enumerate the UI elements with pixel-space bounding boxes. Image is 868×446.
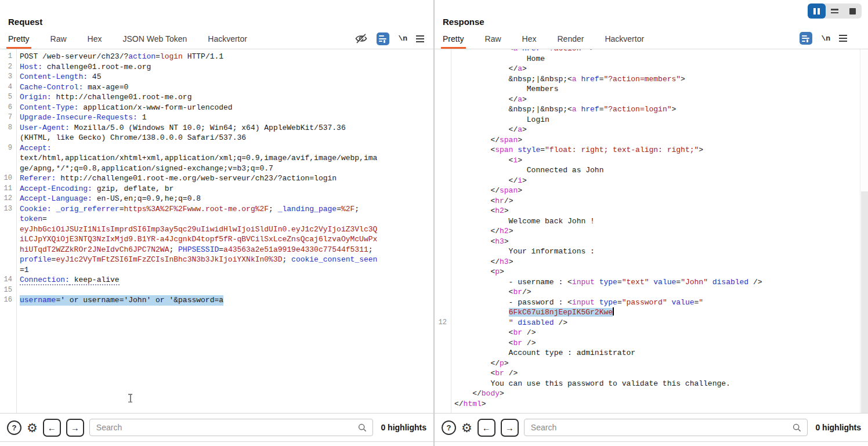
code-line: <br /> [435,368,859,379]
scrollbar-track[interactable] [860,49,868,413]
tab-hackvertor[interactable]: Hackvertor [605,34,644,49]
code-line: Home [435,54,859,64]
code-line: 5Origin: http://challenge01.root-me.org [0,92,424,103]
code-line: 1POST /web-serveur/ch23/?action=login HT… [0,52,424,62]
code-line: 3Content-Length: 45 [0,72,424,82]
line-number [435,49,447,54]
tab-pretty[interactable]: Pretty [443,34,464,49]
code-line: 7Upgrade-Insecure-Requests: 1 [0,113,424,123]
code-line: 11Accept-Encoding: gzip, deflate, br [0,184,424,194]
tab-pretty[interactable]: Pretty [8,34,30,49]
line-number [435,125,447,135]
tab-render[interactable]: Render [558,34,584,49]
line-number [0,164,12,174]
code-line: <h3> [435,237,859,247]
line-number [435,186,447,196]
tab-raw[interactable]: Raw [50,34,67,49]
line-number [0,255,12,265]
line-number [435,399,447,409]
line-number [435,104,447,115]
line-number [0,245,12,255]
code-line: profile=eyJ1c2VyTmFtZSI6ImFzZCIsInBhc3N3… [0,255,424,265]
line-number: 8 [0,123,12,133]
code-line: </i> [435,176,859,186]
code-line: <p> [435,267,859,277]
line-number [0,265,12,275]
line-number [435,287,447,298]
line-number [435,368,447,379]
code-line: &nbsp;|&nbsp;<a href="?action=members"> [435,74,859,85]
tab-hackvertor[interactable]: Hackvertor [208,34,247,49]
request-title: Request [8,17,42,27]
tab-hex[interactable]: Hex [88,34,102,49]
prettify-icon[interactable] [377,32,389,45]
line-number: 15 [0,285,12,296]
prettify-icon[interactable] [800,32,812,45]
code-line: </span> [435,186,859,196]
search-input[interactable] [95,422,358,433]
line-number [435,379,447,389]
menu-icon [831,9,838,13]
text-caret [613,307,614,316]
help-icon[interactable]: ? [7,420,21,435]
gear-icon[interactable]: ⚙ [27,422,38,434]
line-number [435,176,447,186]
code-line: <br/> [435,287,859,298]
recorder-menu-button[interactable] [826,3,844,19]
stop-button[interactable] [844,3,862,19]
line-number: 11 [0,184,12,194]
newline-icon[interactable]: \n [821,34,830,43]
help-icon[interactable]: ? [442,420,456,435]
tab-raw[interactable]: Raw [485,34,501,49]
line-number [435,237,447,247]
hide-icon[interactable] [355,32,368,45]
code-line: </a> [435,95,859,105]
newline-icon[interactable]: \n [398,34,407,43]
pause-button[interactable] [808,3,826,19]
line-number: 14 [0,275,12,285]
tab-json-web-token[interactable]: JSON Web Token [123,34,187,49]
line-number [435,145,447,155]
code-line: You can use this password to validate th… [435,379,859,389]
next-match-button[interactable]: → [501,419,519,437]
line-number [435,226,447,237]
code-line: 12Accept-Language: en-US,en;q=0.9,he;q=0… [0,194,424,204]
search-field [89,419,374,436]
line-number: 1 [0,52,12,62]
menu-icon[interactable] [416,35,424,42]
prev-match-button[interactable]: ← [478,419,496,437]
menu-icon[interactable] [839,35,847,42]
line-number: 12 [435,318,447,328]
prev-match-button[interactable]: ← [43,419,61,437]
line-number [435,267,447,277]
code-line: 14Connection: keep-alive [0,275,424,285]
line-number [0,234,12,245]
response-panel: Response PrettyRawHexRenderHackvertor \n… [435,0,868,446]
scrollbar-thumb[interactable] [861,191,868,413]
code-line: 12 " disabled /> [435,318,859,328]
text-cursor-pointer [128,394,133,403]
code-line: <br /> [435,338,859,349]
line-number [435,358,447,369]
request-code: 1POST /web-serveur/ch23/?action=login HT… [0,52,424,306]
line-number [435,135,447,146]
search-input[interactable] [530,422,793,433]
line-number [435,246,447,257]
line-number [435,115,447,125]
next-match-button[interactable]: → [66,419,84,437]
search-icon [357,423,367,433]
line-number [435,277,447,288]
line-number: 5 [0,92,12,103]
request-editor[interactable]: 1POST /web-serveur/ch23/?action=login HT… [0,49,433,413]
code-line: <hr/> [435,196,859,206]
response-code: <a href="?action="> Home </a> &nbsp;|&nb… [435,49,859,409]
line-number [0,153,12,164]
gear-icon[interactable]: ⚙ [461,422,472,434]
code-line: 9Accept: [0,143,424,154]
response-editor[interactable]: <a href="?action="> Home </a> &nbsp;|&nb… [435,49,868,413]
code-line: </a> [435,64,859,74]
code-line: - username : <input type="text" value="J… [435,277,859,288]
line-number [0,214,12,224]
tab-hex[interactable]: Hex [522,34,537,49]
highlights-count: 0 highlights [815,423,861,432]
